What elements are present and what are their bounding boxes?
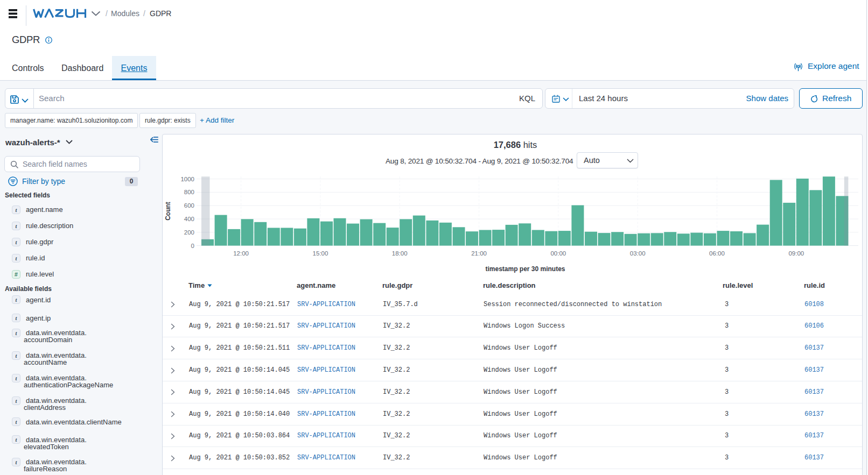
svg-text:18:00: 18:00 <box>392 250 408 257</box>
svg-text:12:00: 12:00 <box>233 250 249 257</box>
svg-text:00:00: 00:00 <box>550 250 566 257</box>
svg-text:800: 800 <box>184 189 194 195</box>
svg-text:timestamp per 30 minutes: timestamp per 30 minutes <box>485 265 565 273</box>
svg-text:0: 0 <box>191 243 194 249</box>
svg-text:06:00: 06:00 <box>709 250 725 257</box>
svg-text:15:00: 15:00 <box>313 250 328 257</box>
svg-text:200: 200 <box>184 229 194 236</box>
svg-text:03:00: 03:00 <box>630 250 646 257</box>
svg-text:21:00: 21:00 <box>471 250 487 257</box>
svg-text:400: 400 <box>184 216 194 222</box>
svg-text:09:00: 09:00 <box>788 250 804 257</box>
svg-text:600: 600 <box>184 202 194 209</box>
svg-text:Count: Count <box>164 202 172 221</box>
svg-text:1000: 1000 <box>180 176 194 182</box>
